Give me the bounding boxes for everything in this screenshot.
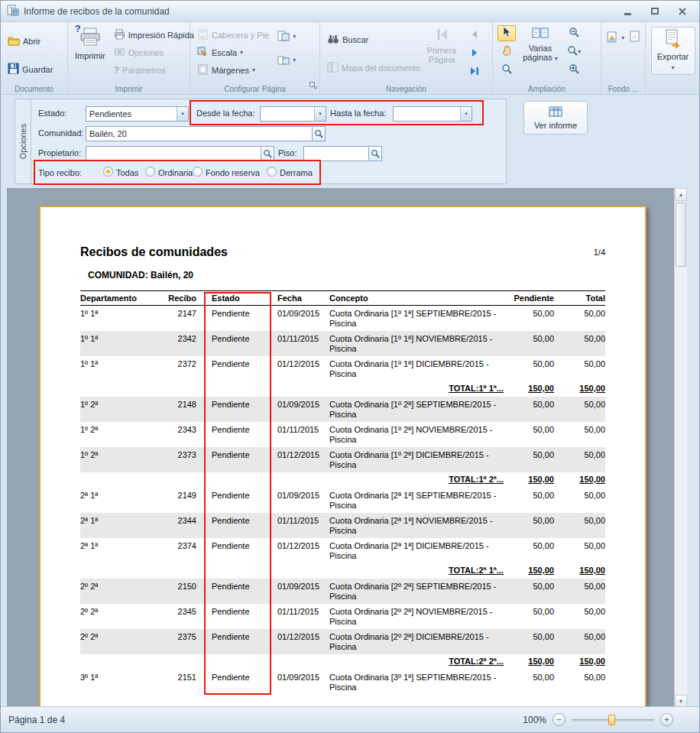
last-page-icon — [469, 65, 480, 79]
radio-todas-label[interactable]: Todas — [116, 168, 138, 177]
ribbon-group-fondo: ▾ A Fondo ... — [601, 22, 646, 94]
dialog-launcher-icon[interactable] — [309, 79, 317, 92]
report-cell: Cuota Ordinaria [2ª 1ª] DICIEMBRE/2015 -… — [323, 538, 504, 563]
ribbon-group-configurar-pagina: Cabecera y Pie Escala ▾ Márgenes ▾ ▾ — [190, 22, 320, 94]
report-cell: Cuota Ordinaria [2º 2ª] SEPTIEMBRE/2015 … — [323, 579, 504, 604]
radio-todas[interactable] — [103, 167, 113, 177]
tamano-papel-button[interactable]: ▾ — [275, 28, 298, 44]
propietario-input[interactable] — [86, 146, 261, 161]
margenes-button[interactable]: Márgenes ▾ — [195, 62, 271, 78]
pagina-siguiente-button[interactable] — [465, 45, 484, 61]
report-data-row: 3º 1ª2151Pendiente01/09/2015Cuota Ordina… — [80, 670, 605, 695]
titlebar: Informe de recibos de la comunidad — [1, 1, 699, 22]
escala-button[interactable]: Escala ▾ — [195, 44, 271, 60]
propietario-search-button[interactable] — [261, 146, 274, 161]
radio-derrama[interactable] — [267, 167, 277, 177]
exportar-button[interactable]: Exportar ▾ — [651, 27, 695, 75]
piso-search-button[interactable] — [369, 146, 382, 161]
column-header-departamento: Departamento — [80, 291, 164, 306]
chevron-down-icon[interactable]: ▾ — [177, 107, 188, 121]
pointer-tool-button[interactable] — [497, 25, 516, 41]
report-cell — [164, 472, 201, 488]
ver-informe-button[interactable]: Ver informe — [523, 101, 588, 135]
report-cell: 2344 — [164, 513, 201, 538]
zoom-slider[interactable] — [572, 714, 654, 726]
radio-ordinaria-label[interactable]: Ordinaria — [158, 168, 193, 177]
report-cell: TOTAL:1º 1ª... — [323, 381, 504, 397]
report-cell: 50,00 — [554, 604, 605, 629]
report-cell: 2º 2ª — [80, 579, 164, 604]
radio-derrama-label[interactable]: Derrama — [280, 168, 313, 177]
radio-fondo-reserva[interactable] — [193, 167, 203, 177]
report-data-row: 1º 2ª2343Pendiente01/11/2015Cuota Ordina… — [80, 422, 605, 447]
zoom-slider-thumb[interactable] — [608, 715, 615, 725]
zoom-percent-label: 100% — [523, 715, 546, 725]
magnifier-tool-button[interactable] — [497, 62, 516, 78]
hand-tool-button[interactable] — [497, 44, 516, 60]
primera-pagina-button: Primera Página — [422, 25, 462, 82]
app-window: Informe de recibos de la comunidad Abrir… — [0, 0, 700, 733]
report-cell: Pendiente — [201, 513, 268, 538]
zoom-button[interactable]: ▾ — [565, 44, 583, 60]
report-cell — [201, 472, 268, 488]
piso-input[interactable] — [303, 146, 369, 161]
print-options-icon — [114, 47, 125, 59]
marca-agua-button[interactable]: A — [627, 30, 641, 46]
chevron-down-icon: ▾ — [578, 48, 581, 55]
options-box: Opciones Estado: Pendientes ▾ Desde la f… — [15, 99, 507, 184]
report-cell: 50,00 — [554, 629, 605, 654]
close-button[interactable] — [676, 5, 689, 18]
zoom-in-button[interactable] — [565, 62, 583, 78]
buscar-button[interactable]: Buscar — [325, 31, 418, 47]
report-cell — [201, 381, 268, 397]
multiple-pages-icon — [532, 27, 549, 41]
varias-paginas-button[interactable]: Varias páginas ▾ — [520, 25, 561, 82]
minimize-button[interactable] — [621, 5, 634, 18]
report-cell: 50,00 — [504, 488, 554, 513]
options-tab[interactable]: Opciones — [15, 99, 31, 183]
color-fondo-button[interactable]: ▾ — [606, 30, 624, 46]
options-panel: Opciones Estado: Pendientes ▾ Desde la f… — [1, 95, 699, 188]
chevron-down-icon: ▾ — [293, 33, 296, 40]
report-cell — [80, 563, 164, 579]
group-label-imprimir: Imprimir — [68, 85, 190, 93]
guardar-button[interactable]: Guardar — [5, 61, 55, 77]
zoom-out-button[interactable] — [565, 25, 583, 41]
report-cell: 01/11/2015 — [268, 604, 323, 629]
column-header-total: Total — [554, 291, 605, 306]
report-cell: 2345 — [164, 604, 201, 629]
report-cell: 50,00 — [554, 447, 605, 472]
magnifier-icon — [501, 63, 512, 77]
estado-combo[interactable]: Pendientes ▾ — [86, 106, 189, 122]
chevron-down-icon[interactable]: ▾ — [314, 107, 326, 121]
report-data-row: 2º 2ª2375Pendiente01/12/2015Cuota Ordina… — [80, 629, 605, 654]
abrir-button[interactable]: Abrir — [5, 33, 55, 49]
zoom-out-button-statusbar[interactable]: − — [553, 713, 566, 726]
desde-fecha-combo[interactable]: ▾ — [260, 106, 326, 122]
zoom-in-button-statusbar[interactable]: + — [660, 713, 673, 726]
report-cell: Cuota Ordinaria [2º 2ª] NOVIEMBRE/2015 -… — [323, 604, 504, 629]
hasta-fecha-combo[interactable]: ▾ — [393, 106, 472, 122]
impresion-rapida-button[interactable]: Impresión Rápida — [112, 27, 196, 43]
group-label-documento: Documento — [1, 85, 67, 93]
quick-print-icon — [114, 29, 125, 41]
column-header-concepto: Concepto — [323, 291, 504, 306]
comunidad-input[interactable] — [86, 126, 313, 141]
chevron-down-icon: ▾ — [240, 49, 243, 56]
scroll-up-button[interactable]: ▲ — [675, 188, 687, 201]
hand-icon — [501, 44, 512, 59]
imprimir-button[interactable]: ? Imprimir — [73, 25, 108, 82]
report-cell: 50,00 — [554, 538, 605, 563]
radio-fondo-reserva-label[interactable]: Fondo reserva — [206, 168, 260, 177]
vertical-scrollbar[interactable]: ▲ ▼ — [674, 188, 687, 708]
scrollbar-thumb[interactable] — [676, 203, 686, 267]
radio-ordinaria[interactable] — [145, 167, 155, 177]
report-cell: 01/09/2015 — [268, 488, 323, 513]
maximize-button[interactable] — [649, 5, 661, 18]
comunidad-search-button[interactable] — [313, 126, 326, 141]
ultima-pagina-button[interactable] — [465, 63, 484, 79]
chevron-down-icon[interactable]: ▾ — [460, 107, 472, 121]
zoom-out-icon — [569, 27, 579, 41]
report-cell: 2ª 1ª — [80, 513, 164, 538]
orientacion-button[interactable]: ▾ — [275, 52, 298, 68]
